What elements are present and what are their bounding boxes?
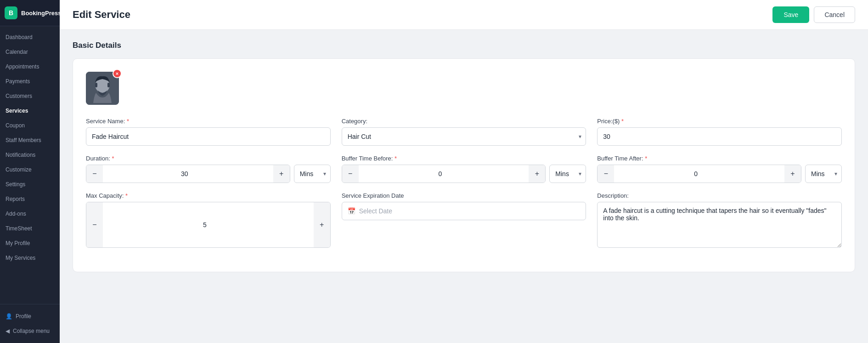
- buffer-after-stepper: − + Mins Hours ▾: [597, 165, 842, 183]
- duration-unit-select[interactable]: Mins Hours: [294, 165, 331, 183]
- buffer-before-minus-button[interactable]: −: [342, 165, 359, 183]
- basic-details-card: × Service Name: * Category: Hair Cut: [73, 58, 855, 272]
- buffer-after-group: Buffer Time After: * − + Mins Hours: [597, 155, 842, 183]
- remove-image-button[interactable]: ×: [113, 69, 122, 78]
- save-button[interactable]: Save: [772, 6, 809, 23]
- sidebar-item-customers[interactable]: Customers: [0, 89, 60, 103]
- collapse-icon: ◀: [6, 328, 10, 334]
- price-input[interactable]: [597, 127, 842, 146]
- duration-group: Duration: * − + Mins Hours: [86, 155, 331, 183]
- sidebar-item-reports[interactable]: Reports: [0, 192, 60, 206]
- price-group: Price:($) *: [597, 118, 842, 146]
- logo-text: BookingPress: [21, 10, 61, 17]
- service-name-label: Service Name: *: [86, 118, 331, 125]
- buffer-after-unit-select[interactable]: Mins Hours: [805, 165, 842, 183]
- sidebar-item-addons[interactable]: Add-ons: [0, 206, 60, 221]
- content-area: Basic Details: [60, 30, 868, 283]
- form-row-2: Duration: * − + Mins Hours: [86, 155, 842, 183]
- logo-icon: B: [5, 6, 17, 19]
- sidebar: B BookingPress Dashboard Calendar Appoin…: [0, 0, 60, 343]
- buffer-after-input-wrap: − +: [597, 165, 801, 183]
- header-actions: Save Cancel: [772, 6, 855, 23]
- description-textarea[interactable]: A fade haircut is a cutting technique th…: [597, 202, 842, 248]
- max-capacity-minus-button[interactable]: −: [86, 202, 103, 247]
- sidebar-item-my-services[interactable]: My Services: [0, 251, 60, 265]
- form-row-3: Max Capacity: * − + Service Expiration D…: [86, 192, 842, 248]
- buffer-before-unit-select[interactable]: Mins Hours: [549, 165, 586, 183]
- sidebar-item-collapse[interactable]: ◀ Collapse menu: [0, 324, 60, 338]
- svg-rect-3: [107, 83, 110, 87]
- duration-unit-wrapper: Mins Hours ▾: [294, 165, 331, 183]
- service-name-input[interactable]: [86, 127, 331, 146]
- max-capacity-value-input[interactable]: [103, 221, 314, 229]
- service-name-required: *: [127, 118, 129, 125]
- sidebar-logo[interactable]: B BookingPress: [0, 0, 60, 26]
- expiry-date-label: Service Expiration Date: [342, 192, 586, 199]
- sidebar-item-profile[interactable]: 👤 Profile: [0, 309, 60, 324]
- sidebar-item-timesheet[interactable]: TimeSheet: [0, 221, 60, 236]
- buffer-after-unit-wrapper: Mins Hours ▾: [805, 165, 842, 183]
- sidebar-nav: Dashboard Calendar Appointments Payments…: [0, 26, 60, 304]
- buffer-before-plus-button[interactable]: +: [529, 165, 545, 183]
- buffer-before-unit-wrapper: Mins Hours ▾: [549, 165, 586, 183]
- expiry-date-input[interactable]: 📅 Select Date: [342, 202, 586, 220]
- sidebar-item-services[interactable]: Services: [0, 103, 60, 118]
- max-capacity-plus-button[interactable]: +: [314, 202, 330, 247]
- buffer-after-value-input[interactable]: [614, 170, 784, 177]
- price-label: Price:($) *: [597, 118, 842, 125]
- svg-rect-2: [95, 83, 97, 87]
- duration-minus-button[interactable]: −: [86, 165, 103, 183]
- sidebar-item-coupon[interactable]: Coupon: [0, 118, 60, 133]
- price-required: *: [621, 118, 624, 125]
- max-capacity-input-wrap: − +: [86, 202, 331, 248]
- buffer-after-label: Buffer Time After: *: [597, 155, 842, 162]
- sidebar-item-staff[interactable]: Staff Members: [0, 133, 60, 148]
- buffer-before-stepper: − + Mins Hours ▾: [342, 165, 586, 183]
- description-label: Description:: [597, 192, 842, 199]
- duration-input-wrap: − +: [86, 165, 290, 183]
- category-group: Category: Hair Cut Beard Color Styling ▾: [342, 118, 586, 146]
- cancel-button[interactable]: Cancel: [814, 6, 855, 23]
- buffer-before-label: Buffer Time Before: *: [342, 155, 586, 162]
- duration-label: Duration: *: [86, 155, 331, 162]
- category-select[interactable]: Hair Cut Beard Color Styling: [342, 127, 586, 146]
- profile-icon: 👤: [6, 313, 12, 320]
- calendar-icon: 📅: [348, 207, 355, 215]
- section-title: Basic Details: [73, 41, 855, 50]
- buffer-before-value-input[interactable]: [359, 170, 529, 177]
- form-row-1: Service Name: * Category: Hair Cut Beard…: [86, 118, 842, 146]
- expiry-date-placeholder: Select Date: [359, 207, 392, 215]
- buffer-before-input-wrap: − +: [342, 165, 546, 183]
- description-group: Description: A fade haircut is a cutting…: [597, 192, 842, 248]
- image-upload-area[interactable]: ×: [86, 72, 119, 105]
- top-header: Edit Service Save Cancel: [60, 0, 868, 30]
- page-title: Edit Service: [73, 9, 130, 21]
- category-label: Category:: [342, 118, 586, 125]
- sidebar-item-payments[interactable]: Payments: [0, 74, 60, 89]
- buffer-after-minus-button[interactable]: −: [597, 165, 614, 183]
- max-capacity-group: Max Capacity: * − +: [86, 192, 331, 248]
- sidebar-item-customize[interactable]: Customize: [0, 162, 60, 177]
- duration-value-input[interactable]: [103, 170, 273, 177]
- main-content: Edit Service Save Cancel Basic Details: [60, 0, 868, 343]
- duration-stepper: − + Mins Hours ▾: [86, 165, 331, 183]
- max-capacity-label: Max Capacity: *: [86, 192, 331, 199]
- buffer-before-group: Buffer Time Before: * − + Mins Hours: [342, 155, 586, 183]
- buffer-after-plus-button[interactable]: +: [784, 165, 801, 183]
- duration-plus-button[interactable]: +: [273, 165, 290, 183]
- expiry-date-group: Service Expiration Date 📅 Select Date: [342, 192, 586, 248]
- sidebar-item-dashboard[interactable]: Dashboard: [0, 30, 60, 45]
- sidebar-item-settings[interactable]: Settings: [0, 177, 60, 192]
- service-name-group: Service Name: *: [86, 118, 331, 146]
- sidebar-item-appointments[interactable]: Appointments: [0, 59, 60, 74]
- sidebar-bottom: 👤 Profile ◀ Collapse menu: [0, 304, 60, 343]
- sidebar-item-calendar[interactable]: Calendar: [0, 45, 60, 59]
- sidebar-item-my-profile[interactable]: My Profile: [0, 236, 60, 251]
- sidebar-item-notifications[interactable]: Notifications: [0, 148, 60, 162]
- category-select-wrapper: Hair Cut Beard Color Styling ▾: [342, 127, 586, 146]
